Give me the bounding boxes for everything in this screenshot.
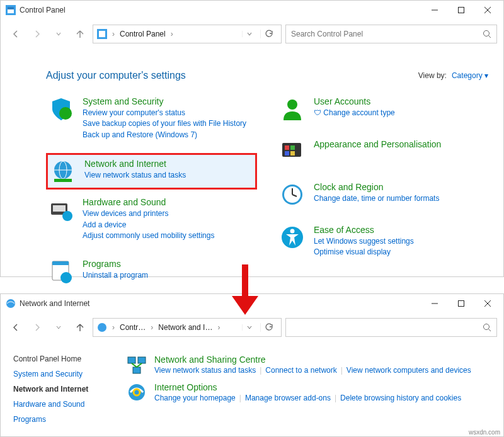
svg-line-10 (489, 36, 491, 38)
svg-rect-27 (290, 151, 295, 156)
network-internet-window: Network and Internet › Contr… › Network … (0, 293, 504, 437)
control-panel-window: Control Panel › Control Panel › Adjust y… (0, 0, 504, 277)
watermark: wsxdn.com (469, 429, 500, 436)
category-title[interactable]: System and Security (83, 96, 246, 106)
search-input[interactable] (291, 323, 483, 332)
sidenav-item[interactable]: Network and Internet (13, 385, 114, 394)
category-hardware-sound: Hardware and SoundView devices and print… (46, 195, 257, 244)
category-appearance: Appearance and Personalisation (277, 137, 488, 167)
sidenav-item[interactable]: Hardware and Sound (13, 400, 114, 409)
category-title[interactable]: Ease of Access (314, 225, 414, 235)
chevron-right-icon: › (111, 30, 116, 38)
back-button[interactable] (7, 25, 25, 43)
category-title[interactable]: User Accounts (314, 96, 395, 106)
category-link[interactable]: Save backup copies of your files with Fi… (83, 118, 246, 129)
panel-link[interactable]: Change your homepage (154, 394, 236, 402)
panel-link[interactable]: View network computers and devices (346, 366, 471, 375)
panel-link[interactable]: View network status and tasks (154, 366, 256, 375)
minimize-button[interactable] (421, 295, 448, 312)
svg-rect-4 (459, 8, 464, 13)
category-ease-of-access: Ease of AccessLet Windows suggest settin… (277, 222, 488, 261)
category-title[interactable]: Hardware and Sound (83, 197, 214, 207)
chevron-right-icon: › (149, 323, 154, 332)
panel-item: Internet OptionsChange your homepage|Man… (127, 382, 491, 402)
svg-rect-43 (138, 357, 146, 363)
breadcrumb-item[interactable]: Contr… (120, 323, 146, 332)
refresh-button[interactable] (260, 30, 277, 38)
search-input[interactable] (291, 30, 483, 38)
svg-point-9 (484, 31, 490, 37)
category-link[interactable]: View devices and printers (83, 208, 214, 219)
address-bar[interactable]: › Control Panel › (93, 25, 282, 43)
svg-line-46 (137, 363, 142, 367)
close-button[interactable] (474, 1, 501, 19)
viewby-label: View by: (418, 71, 447, 80)
search-box[interactable] (285, 318, 497, 337)
chevron-right-icon: › (169, 30, 175, 38)
category-link[interactable]: Adjust commonly used mobility settings (83, 230, 214, 241)
maximize-button[interactable] (448, 1, 474, 19)
up-button[interactable] (71, 25, 89, 43)
category-link[interactable]: Let Windows suggest settings (314, 236, 414, 247)
category-link[interactable]: 🛡 Change account type (314, 108, 395, 118)
category-link[interactable]: View network status and tasks (84, 170, 186, 181)
svg-rect-25 (290, 145, 295, 150)
search-box[interactable] (285, 25, 497, 43)
panel-link[interactable]: Delete browsing history and cookies (340, 394, 461, 402)
viewby-control: View by: Category ▾ (418, 71, 488, 80)
category-title[interactable]: Network and Internet (84, 159, 186, 169)
category-link[interactable]: Optimise visual display (314, 247, 414, 258)
recent-dropdown[interactable] (50, 319, 67, 336)
panel-title[interactable]: Internet Options (154, 382, 461, 392)
category-link[interactable]: Uninstall a program (83, 270, 148, 281)
svg-rect-20 (52, 261, 69, 265)
maximize-button[interactable] (448, 295, 474, 312)
titlebar: Control Panel (1, 1, 503, 20)
panel-links: Change your homepage|Manage browser add-… (154, 394, 461, 402)
search-icon (483, 323, 491, 332)
category-link[interactable]: Back up and Restore (Windows 7) (83, 130, 246, 140)
forward-button[interactable] (28, 25, 46, 43)
svg-rect-44 (133, 367, 140, 373)
nsc-icon (127, 355, 147, 375)
close-button[interactable] (474, 295, 501, 312)
category-link[interactable]: Review your computer's status (83, 108, 246, 118)
breadcrumb-item[interactable]: Control Panel (120, 30, 166, 38)
recent-dropdown[interactable] (50, 25, 67, 43)
chevron-right-icon: › (111, 323, 116, 332)
address-dropdown[interactable] (242, 31, 256, 37)
svg-rect-36 (459, 301, 464, 307)
breadcrumb-item[interactable]: Network and I… (158, 323, 212, 332)
category-system-security: System and SecurityReview your computer'… (46, 94, 257, 143)
search-icon (483, 30, 491, 38)
address-dropdown[interactable] (242, 324, 256, 331)
category-user-accounts: User Accounts🛡 Change account type (277, 94, 488, 124)
address-bar[interactable]: › Contr… › Network and I… › (93, 318, 282, 337)
programs-icon (49, 259, 74, 284)
sidenav-item[interactable]: Control Panel Home (13, 355, 114, 363)
svg-rect-8 (99, 31, 105, 37)
viewby-dropdown[interactable]: Category ▾ (452, 71, 488, 80)
panel-link[interactable]: Connect to a network (265, 366, 336, 375)
nav-toolbar: › Contr… › Network and I… › (1, 313, 503, 342)
svg-point-39 (98, 323, 106, 332)
category-link[interactable]: Change date, time or number formats (314, 193, 439, 204)
minimize-button[interactable] (421, 1, 448, 19)
window-title: Control Panel (20, 6, 66, 14)
location-icon (97, 322, 107, 332)
panel-title[interactable]: Network and Sharing Centre (154, 355, 471, 365)
svg-point-11 (59, 107, 72, 120)
category-title[interactable]: Clock and Region (314, 182, 439, 192)
ease-of-access-icon (280, 225, 305, 250)
refresh-button[interactable] (260, 323, 277, 332)
up-button[interactable] (71, 319, 89, 336)
category-title[interactable]: Appearance and Personalisation (314, 139, 441, 149)
appearance-icon (280, 139, 305, 164)
category-link[interactable]: Add a device (83, 220, 214, 230)
sidenav-item[interactable]: Programs (13, 415, 114, 424)
forward-button[interactable] (28, 319, 46, 336)
back-button[interactable] (7, 319, 25, 336)
panel-link[interactable]: Manage browser add-ons (245, 394, 331, 402)
category-title[interactable]: Programs (83, 259, 148, 269)
sidenav-item[interactable]: System and Security (13, 370, 114, 378)
